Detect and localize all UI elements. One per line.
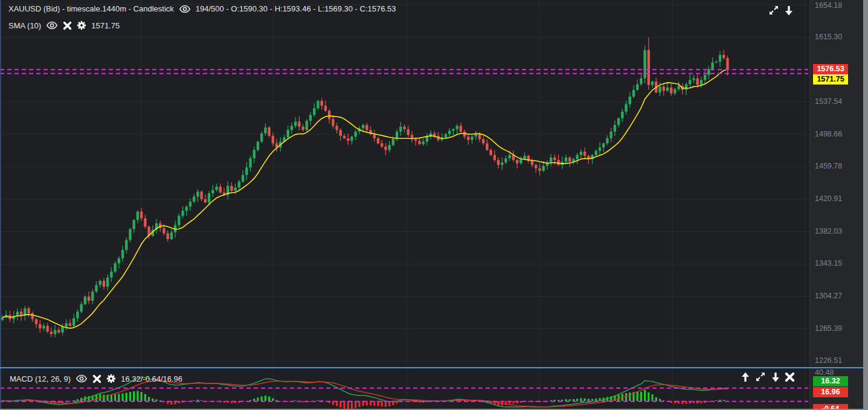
axis-tick-label: 1265.39 — [815, 324, 842, 333]
symbol-header: XAUUSD (Bid) - timescale.1440m - Candles… — [8, 4, 396, 13]
sma-value-badge: 1571.75 — [813, 74, 848, 85]
move-pane-down-icon[interactable] — [771, 371, 780, 385]
macd-visibility-eye-icon[interactable] — [76, 374, 88, 383]
move-pane-down-icon[interactable] — [784, 5, 794, 19]
sma-header: SMA (10) 1571.75 — [8, 21, 120, 30]
macd-remove-icon[interactable] — [92, 374, 101, 383]
sma-remove-icon[interactable] — [63, 21, 72, 30]
ohlc-stats: 194/500 - O:1590.30 - H:1593.46 - L:1569… — [196, 4, 396, 13]
axis-divider — [809, 0, 810, 409]
vertical-scrollbar[interactable] — [863, 0, 868, 410]
axis-tick-label: 1226.51 — [815, 356, 842, 365]
move-pane-up-icon[interactable] — [741, 371, 750, 385]
macd-header: MACD (12, 26, 9) 16.32/-0.64/16.96 — [10, 374, 182, 383]
close-pane-icon[interactable] — [785, 372, 795, 385]
last-price-badge: 1576.53 — [813, 64, 848, 74]
expand-pane-icon[interactable] — [754, 371, 767, 385]
macd-signal-badge: 16.96 — [813, 387, 848, 397]
trading-chart-window: XAUUSD (Bid) - timescale.1440m - Candles… — [0, 0, 868, 410]
symbol-title: XAUUSD (Bid) - timescale.1440m - Candles… — [8, 4, 174, 13]
price-pane-controls — [768, 4, 794, 19]
macd-pane[interactable]: MACD (12, 26, 9) 16.32/-0.64/16.96 — [0, 368, 809, 409]
macd-values: 16.32/-0.64/16.96 — [121, 374, 182, 383]
chart-left-border — [0, 0, 1, 409]
macd-label: MACD (12, 26, 9) — [10, 374, 71, 383]
pane-separator-line[interactable] — [0, 367, 868, 368]
axis-tick-label: 1382.03 — [815, 227, 842, 235]
sma-line — [2, 69, 727, 328]
axis-tick-label: 1537.54 — [815, 97, 842, 106]
sma-visibility-eye-icon[interactable] — [46, 21, 58, 30]
axis-tick-label: 1615.30 — [815, 33, 842, 41]
price-axis[interactable]: 1654.181615.301537.541498.661459.781420.… — [809, 0, 863, 410]
sma-label: SMA (10) — [8, 21, 41, 30]
sma-settings-gear-icon[interactable] — [77, 21, 86, 30]
macd-axis-max-label: 40.48 — [815, 368, 834, 377]
axis-tick-label: 1654.18 — [815, 1, 842, 10]
macd-pane-controls — [741, 371, 795, 385]
axis-tick-label: 1498.66 — [815, 130, 842, 138]
axis-tick-label: 1420.91 — [815, 194, 842, 203]
sma-value: 1571.75 — [91, 21, 120, 30]
macd-value-badge: 16.32 — [813, 376, 848, 386]
series-visibility-eye-icon[interactable] — [179, 5, 191, 13]
price-pane[interactable]: XAUUSD (Bid) - timescale.1440m - Candles… — [0, 0, 809, 367]
axis-tick-label: 1304.27 — [815, 292, 842, 300]
macd-settings-gear-icon[interactable] — [106, 374, 116, 383]
axis-tick-label: 1343.15 — [815, 259, 842, 267]
axis-tick-label: 1459.78 — [815, 162, 842, 170]
price-chart-svg[interactable] — [0, 0, 809, 367]
expand-pane-icon[interactable] — [768, 4, 780, 19]
